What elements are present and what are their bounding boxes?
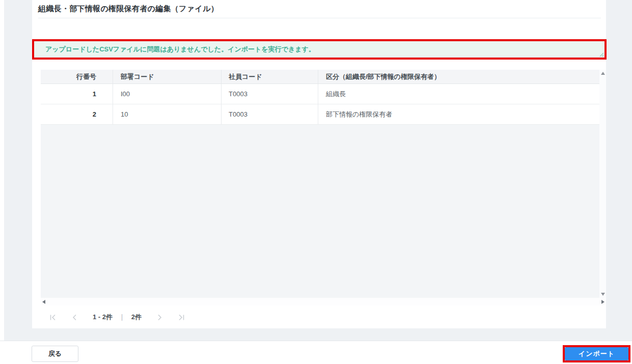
scroll-right-icon[interactable] xyxy=(601,300,604,304)
cell-emp-code: T0003 xyxy=(222,104,318,124)
success-message-text: アップロードしたCSVファイルに問題はありませんでした。インポートを実行できます… xyxy=(34,41,604,58)
table-header-row: 行番号 部署コード 社員コード 区分（組織長/部下情報の権限保有者） xyxy=(41,70,599,84)
page-left-edge xyxy=(0,0,4,364)
cell-row-number: 1 xyxy=(41,84,113,104)
page-title: 組織長・部下情報の権限保有者の編集（ファイル） xyxy=(38,0,601,18)
scroll-down-icon[interactable] xyxy=(601,293,605,296)
last-page-icon[interactable] xyxy=(178,314,185,321)
first-page-icon[interactable] xyxy=(49,314,57,321)
success-message-annotation: アップロードしたCSVファイルに問題はありませんでした。インポートを実行できます… xyxy=(32,39,607,60)
cell-emp-code: T0003 xyxy=(222,84,318,104)
column-header-row-number: 行番号 xyxy=(41,70,113,83)
import-button[interactable]: インポート xyxy=(565,347,628,360)
success-message-box: アップロードしたCSVファイルに問題はありませんでした。インポートを実行できます… xyxy=(34,41,604,58)
pagination-bar: 1 - 2件 ｜ 2件 xyxy=(41,306,597,328)
prev-page-icon[interactable] xyxy=(71,314,78,321)
back-button[interactable]: 戻る xyxy=(32,346,78,362)
pagination-range: 1 - 2件 xyxy=(93,313,113,322)
pagination-separator: ｜ xyxy=(119,313,125,322)
cell-dept-code: 10 xyxy=(113,104,222,124)
column-header-category: 区分（組織長/部下情報の権限保有者） xyxy=(318,70,599,83)
next-page-icon[interactable] xyxy=(156,314,163,321)
cell-dept-code: I00 xyxy=(113,84,222,104)
scroll-up-icon[interactable] xyxy=(601,72,605,75)
table-row: 1 I00 T0003 組織長 xyxy=(41,84,599,104)
import-button-annotation: インポート xyxy=(563,345,630,362)
pagination-total: 2件 xyxy=(131,313,142,322)
footer-bar: 戻る インポート xyxy=(0,341,632,364)
cell-category: 組織長 xyxy=(318,84,599,104)
pagination-status: 1 - 2件 ｜ 2件 xyxy=(93,313,142,322)
preview-table-grid: 行番号 部署コード 社員コード 区分（組織長/部下情報の権限保有者） 1 I00… xyxy=(41,70,599,125)
table-row: 2 10 T0003 部下情報の権限保有者 xyxy=(41,104,599,125)
column-header-emp-code: 社員コード xyxy=(222,70,318,83)
horizontal-scrollbar[interactable] xyxy=(41,298,606,305)
cell-row-number: 2 xyxy=(41,104,113,124)
scroll-left-icon[interactable] xyxy=(42,300,45,304)
resize-grip-icon[interactable] xyxy=(599,52,604,57)
vertical-scrollbar[interactable] xyxy=(599,70,606,298)
import-preview-page: 組織長・部下情報の権限保有者の編集（ファイル） アップロードしたCSVファイルに… xyxy=(0,0,632,364)
preview-table: 行番号 部署コード 社員コード 区分（組織長/部下情報の権限保有者） 1 I00… xyxy=(41,70,606,298)
content-card: 組織長・部下情報の権限保有者の編集（ファイル） アップロードしたCSVファイルに… xyxy=(32,0,606,328)
column-header-dept-code: 部署コード xyxy=(113,70,222,83)
cell-category: 部下情報の権限保有者 xyxy=(318,104,599,124)
